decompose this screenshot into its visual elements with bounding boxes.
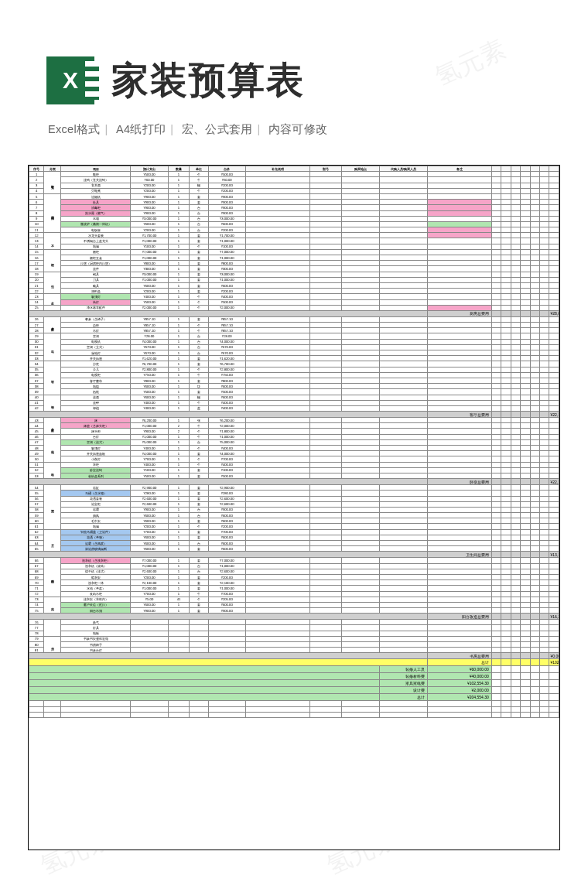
table-row: 57浴室柜¥2,600.001套¥2,600.00 [29,501,559,507]
table-row: 22调料盒¥200.001套¥200.00 [29,289,559,294]
table-row: 60毛巾架¥600.001套¥600.00 [29,518,559,524]
col-header: 序号 [29,166,44,172]
table-row: 78地板 [29,631,559,636]
table-row: 70洗衣柜一体¥2,100.001套¥2,100.00 [29,580,559,586]
table-row: 37客厅窗帘¥800.001套¥800.00 [29,378,559,383]
table-row: 77灯具 [29,625,559,631]
table-row: 31空调（立式）¥670.001台¥670.00 [29,344,559,350]
table-row: 67洗衣机（滚筒）¥1,000.001台¥1,000.00 [29,563,559,569]
table-row: 20刀具¥1,000.001套¥1,000.00 [29,277,559,282]
table-row: 23灯具吸顶灯¥400.001个¥400.00 [29,294,559,299]
table-row: 58浴霸¥900.001台¥900.00 [29,507,559,512]
table-row: 74窗户改造（推拉）¥600.001套¥600.00 [29,602,559,607]
table-row: 69晾衣架¥200.001套¥200.00 [29,574,559,579]
table-row: 71水池（单盆）¥1,000.001套¥1,000.00 [29,586,559,591]
table-row: 51收纳衣柜¥400.001个¥400.00 [29,462,559,467]
table-row: 79书房书桌书架整体定做 [29,636,559,641]
table-row: 11电饭煲¥200.001台¥200.00 [29,227,559,233]
col-header: 代购人员/购买人员 [379,166,427,172]
table-row: 63花洒（单独）¥600.001套¥600.00 [29,535,559,540]
col-header: 单位 [190,166,208,172]
table-row: 41挂钟¥400.001个¥400.00 [29,400,559,405]
table-row: 9冰箱¥3,000.001台¥3,000.00 [29,216,559,221]
excel-icon: X [46,56,94,104]
meta-item: A4纸打印 [116,123,166,135]
table-row: 56花洒套装¥2,600.001套¥2,600.00 [29,496,559,501]
col-header: 项目 [61,166,131,172]
table-row: 27边柜¥857.101个¥857.10 [29,323,559,328]
table-row: 65淋浴房玻璃隔断¥600.001套¥600.00 [29,546,559,552]
table-row: 5厨房电器油烟机¥900.001套¥900.00 [29,193,559,199]
table-row: 40装饰挂画¥600.001幅¥600.00 [29,395,559,400]
table-row: 13不锈钢台上盆龙头¥1,000.001套¥1,000.00 [29,238,559,244]
summary-row: 设计费¥2,000.00 [29,687,559,694]
col-header: 补充说明 [245,166,309,172]
table-row: 26餐厅家具餐桌（含椅子）¥857.101套¥857.10 [29,316,559,322]
meta-item: 宏、公式套用 [182,123,253,135]
table-row: 35茶几¥2,800.001个¥2,800.00 [29,367,559,372]
header: X 家装预算表 [0,0,588,122]
table-row: 8热水器（燃气）¥900.001台¥900.00 [29,210,559,216]
col-header: 分类 [44,166,61,172]
col-header: 备注 [427,166,491,172]
table-row: 36电视柜¥750.001个¥750.00 [29,372,559,378]
table-row: 28吊灯¥857.101个¥857.10 [29,328,559,333]
table-row: 3玄关画¥200.001幅¥200.00 [29,183,559,188]
col-header: 数量 [168,166,190,172]
summary-row: 装修人工及¥60,000.00 [29,666,559,673]
table-row: 17拉篮（厨房柜内拉篮）¥800.001套¥800.00 [29,261,559,266]
col-header: 预计支出 [131,166,168,172]
table-row: 34软装沙发¥6,700.001套¥6,700.00 [29,361,559,367]
table-row: 49开关插座面板¥4,000.001套¥4,000.00 [29,451,559,456]
subtotal-row: 阳台改造总费用¥16,305.00 [29,614,559,620]
table-row: 21碗具¥600.001套¥600.00 [29,282,559,288]
subtotal-row: 卧室总费用¥22,100.00 [29,479,559,485]
table-row: 47空调（挂式）¥5,000.001台¥5,000.00 [29,439,559,445]
table-row: 33开关插座¥1,620.001套¥1,620.00 [29,356,559,361]
table-row: 14地漏¥100.001个¥100.00 [29,244,559,249]
table-row: 29电工空调¥28.001台¥28.00 [29,333,559,339]
meta-line: Excel格式| A4纸打印| 宏、公式套用| 内容可修改 [0,122,588,137]
table-row: 48吸顶灯¥400.001个¥400.00 [29,446,559,451]
summary-row: 总计¥204,554.30 [29,694,559,701]
table-row: 66阳台改造洗衣机（含洗衣柜）¥7,000.001套¥7,000.00 [29,558,559,563]
table-row: 1鞋柜玄关鞋柜¥500.001个¥500.00 [29,172,559,177]
table-row: 6灶具¥900.001套¥900.00 [29,200,559,205]
table-row: 54卫生间浴缸¥2,900.001套¥2,900.00 [29,485,559,491]
table-row: 19生活锅具¥3,000.001套¥3,000.00 [29,272,559,277]
table-row: 75阳台吊顶¥900.001套¥900.00 [29,608,559,614]
budget-table: 序号分类项目预计支出数量单位合价补充说明型号购买地点代购人员/购买人员备注 1鞋… [29,166,559,718]
col-header: 合价 [208,166,245,172]
table-row: 32落地灯¥670.001台¥670.00 [29,350,559,356]
table-row: 76换气 [29,620,559,625]
table-row: 38地毯¥600.001块¥600.00 [29,384,559,389]
meta-item: 内容可修改 [268,123,328,135]
table-row: 64浴霸（含风暖）¥600.001台¥600.00 [29,541,559,546]
table-row: 10微波炉（蒸烤一体机）¥600.001台¥600.00 [29,221,559,227]
table-row: 59抽风¥600.001台¥600.00 [29,513,559,518]
table-row: 25其他净水器等配件¥2,000.001个¥2,000.00 [29,305,559,310]
summary-row: 装修材料费¥40,000.00 [29,673,559,680]
table-row: 62主卫智能马桶盖（卫浴件）¥700.001套¥700.00 [29,529,559,535]
table-row: 18挂件¥300.001套¥300.00 [29,266,559,272]
table-row: 15橱柜橱柜¥7,000.001套¥7,000.00 [29,249,559,255]
table-row: 2挂钩（玄关挂钩）¥60.001个¥60.00 [29,177,559,183]
col-header: 型号 [309,166,341,172]
table-row: 12水工水龙头套装¥1,700.001套¥1,700.00 [29,233,559,238]
page-title: 家装预算表 [111,56,305,105]
table-row: 30电视机¥4,000.001台¥4,000.00 [29,339,559,344]
table-row: 44床垫（含床头柜）¥1,000.002个¥2,000.00 [29,423,559,429]
excel-letter: X [63,67,78,94]
table-row: 16橱柜五金¥1,000.001套¥1,000.00 [29,255,559,261]
table-row: 52卧室挂钩¥100.001套¥100.00 [29,467,559,473]
table-row: 73其他挂衣架（衣柜内）¥5.0041个¥205.00 [29,597,559,602]
subtotal-row: 客厅总费用¥22,109.30 [29,412,559,418]
table-row: 45床头柜¥900.002个¥1,800.00 [29,429,559,434]
table-row: 50小夜灯¥700.001个¥700.00 [29,456,559,462]
table-row: 81书桌台灯 [29,648,559,653]
table-row: 80书房椅子 [29,642,559,648]
table-row: 72收纳吊柜¥700.001个¥700.00 [29,591,559,597]
subtotal-row: 书房总费用¥0.00 [29,653,559,659]
table-row: 24筒灯¥500.001个¥500.00 [29,299,559,305]
table-row: 55马桶（含水箱）¥280.001套¥280.00 [29,491,559,496]
